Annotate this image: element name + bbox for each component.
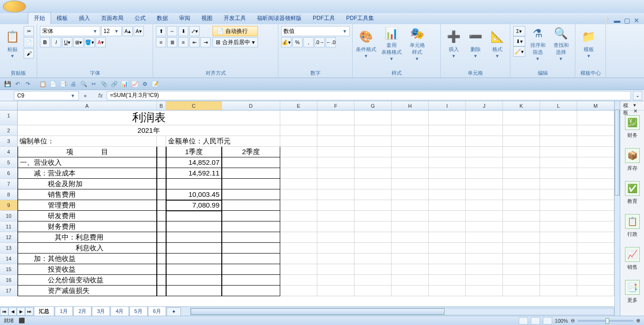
qat-btn[interactable]: 📈 [130, 79, 139, 89]
column-header[interactable]: G [354, 101, 392, 110]
template-item[interactable]: 📦库存 [620, 143, 644, 176]
new-sheet-button[interactable]: ✦ [167, 307, 181, 316]
row-header[interactable]: 2 [0, 125, 18, 136]
indent-dec-button[interactable]: ⇤ [189, 37, 200, 47]
qat-btn[interactable]: 📝 [150, 79, 160, 89]
ribbon-tab[interactable]: PDF工具 [307, 13, 341, 24]
indent-inc-button[interactable]: ⇥ [200, 37, 211, 47]
sheet-tab[interactable]: 1月 [55, 306, 73, 316]
row-header[interactable]: 4 [0, 147, 18, 157]
redo-button[interactable]: ↷ [23, 79, 32, 89]
save-button[interactable]: 💾 [3, 79, 12, 89]
cancel-formula-button[interactable]: ● [81, 92, 90, 99]
column-header[interactable]: E [280, 101, 317, 110]
percent-button[interactable]: % [292, 37, 303, 47]
fx-button[interactable]: fx [96, 92, 105, 99]
find-select-button[interactable]: 🔍查找和 选择▾ [550, 26, 572, 62]
restore-icon[interactable]: ▢ [624, 17, 630, 24]
normal-view-button[interactable] [519, 317, 528, 325]
row-header[interactable]: 15 [0, 264, 18, 275]
cell[interactable]: 资产减值损失 [18, 286, 157, 296]
formula-input[interactable]: =SUM('1月:3月'!C9) [107, 91, 631, 100]
copy-button[interactable]: 📄 [24, 37, 34, 47]
cell[interactable]: 利息收入 [18, 243, 157, 254]
row-header[interactable]: 17 [0, 286, 18, 296]
cell[interactable]: 利润表 [18, 110, 280, 125]
sheet-nav-last[interactable]: ⏭ [25, 307, 33, 316]
row-header[interactable]: 3 [0, 136, 18, 147]
merge-center-button[interactable]: ⊞ 合并后居中 ▾ [213, 37, 258, 47]
zoom-out-button[interactable]: ⊖ [571, 318, 575, 324]
sheet-nav-next[interactable]: ▶ [17, 307, 25, 316]
ribbon-tab[interactable]: 审阅 [174, 13, 196, 24]
cell[interactable]: 销售费用 [18, 189, 157, 200]
ribbon-tab[interactable]: 数据 [151, 13, 174, 24]
cell[interactable]: 研发费用 [18, 211, 157, 221]
template-item[interactable]: ✅教育 [620, 176, 644, 209]
column-header[interactable]: J [466, 101, 503, 110]
fill-button[interactable]: ⬇▾ [513, 36, 525, 46]
sheet-nav-first[interactable]: ⏮ [0, 307, 8, 316]
cell[interactable]: 加：其他收益 [18, 254, 157, 264]
sheet-tab[interactable]: 汇总 [34, 306, 54, 316]
cell[interactable]: 一、营业收入 [18, 157, 157, 168]
cell[interactable]: 项 目 [18, 147, 157, 157]
sheet-tab[interactable]: 6月 [148, 306, 166, 316]
bold-button[interactable]: B [40, 37, 50, 47]
cell[interactable]: 编制单位： [18, 136, 157, 147]
zoom-slider[interactable] [578, 320, 633, 322]
cell[interactable]: 财务费用 [18, 221, 157, 232]
border-button[interactable]: ⊞▾ [73, 37, 84, 47]
align-left-button[interactable]: ≡ [156, 37, 166, 47]
inc-decimal-button[interactable]: .0→ [315, 37, 325, 47]
sheet-tab[interactable]: 4月 [110, 306, 129, 316]
ribbon-tab[interactable]: 福昕阅读器领鲜版 [251, 13, 307, 24]
help-icon[interactable]: ❔ [602, 17, 610, 24]
ribbon-tab[interactable]: 模板 [51, 13, 73, 24]
align-bottom-button[interactable]: ⬇ [178, 26, 188, 36]
row-header[interactable]: 8 [0, 189, 18, 200]
vertical-scrollbar[interactable] [614, 101, 620, 316]
row-header[interactable]: 16 [0, 275, 18, 286]
cell[interactable]: 其中：利息费用 [18, 232, 157, 243]
column-header[interactable]: B [157, 101, 166, 110]
ribbon-tab[interactable]: 开发工具 [218, 13, 251, 24]
qat-btn[interactable]: ✂ [89, 79, 98, 89]
row-header[interactable]: 10 [0, 211, 18, 221]
orientation-button[interactable]: ⤢▾ [189, 26, 200, 36]
wrap-text-button[interactable]: 📄 自动换行 [213, 26, 258, 36]
ribbon-tab[interactable]: 插入 [73, 13, 96, 24]
row-header[interactable]: 1 [0, 110, 18, 125]
template-item[interactable]: 📋行政 [620, 209, 644, 242]
font-size-combo[interactable]: 12▾ [101, 26, 122, 36]
ribbon-tab[interactable]: 页面布局 [96, 13, 129, 24]
font-name-combo[interactable]: 宋体▾ [40, 26, 100, 36]
row-header[interactable]: 14 [0, 254, 18, 264]
row-header[interactable]: 5 [0, 157, 18, 168]
number-format-combo[interactable]: 数值▾ [281, 26, 350, 36]
macro-record-icon[interactable]: ⬛ [19, 318, 25, 324]
row-header[interactable]: 7 [0, 179, 18, 189]
zoom-level[interactable]: 100% [555, 318, 568, 324]
italic-button[interactable]: I [51, 37, 61, 47]
qat-btn[interactable]: 📄 [48, 79, 58, 89]
office-button[interactable] [3, 0, 26, 13]
autosum-button[interactable]: Σ▾ [513, 26, 525, 36]
column-header[interactable]: L [540, 101, 577, 110]
ribbon-tab[interactable]: PDF工具集 [341, 13, 380, 24]
template-button[interactable]: 📁模板▾ [578, 26, 599, 62]
fill-color-button[interactable]: 🪣▾ [84, 37, 95, 47]
column-header[interactable]: A [18, 101, 157, 110]
row-header[interactable]: 12 [0, 232, 18, 243]
qat-btn[interactable]: 📎 [99, 79, 109, 89]
format-painter-button[interactable]: 🖌 [24, 48, 34, 58]
column-header[interactable]: D [222, 101, 280, 110]
cell-styles-button[interactable]: 🎭单元格 样式▾ [406, 26, 428, 62]
underline-button[interactable]: U▾ [62, 37, 72, 47]
table-format-button[interactable]: 📊套用 表格格式▾ [379, 26, 405, 62]
template-item[interactable]: 💹财务 [620, 110, 644, 143]
clear-button[interactable]: 🧹▾ [513, 46, 525, 57]
currency-button[interactable]: 💰▾ [281, 37, 291, 47]
column-header[interactable]: H [392, 101, 429, 110]
qat-btn[interactable]: ⚙ [140, 79, 149, 89]
